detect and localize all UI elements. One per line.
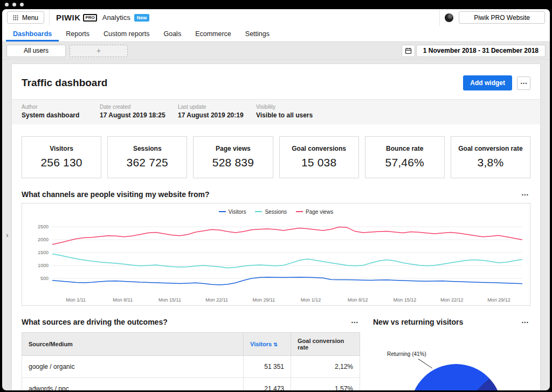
meta-author: Author System dashboard [22,104,100,119]
tab-dashboards[interactable]: Dashboards [6,26,59,41]
date-range-picker[interactable]: 1 November 2018 - 31 December 2018 [416,45,546,57]
column-header-visitors[interactable]: Visitors⇅ [244,333,291,356]
filter-bar: All users + 1 November 2018 - 31 Decembe… [2,42,550,60]
globe-icon[interactable] [445,13,453,22]
kpi-value: 362 725 [110,156,184,169]
dashboard-more-button[interactable]: ⋯ [517,76,530,90]
kpi-label: Page views [196,145,270,152]
window-control-close[interactable] [5,3,9,6]
legend-item[interactable]: Page views [296,209,333,215]
kpi-label: Goal conversions [282,145,356,152]
window-control-minimize[interactable] [12,3,16,6]
bottom-widgets-row: What sources are driving the outcomes? ⋯… [22,306,530,390]
menu-button[interactable]: Menu [7,11,44,24]
legend-swatch [296,211,303,212]
cell-rate: 2,12% [291,356,360,378]
cell-visitors: 21 473 [244,378,291,391]
tab-custom-reports[interactable]: Custom reports [96,26,156,41]
svg-text:2000: 2000 [38,237,49,242]
window-control-zoom[interactable] [20,3,24,6]
column-header-label: Visitors [250,341,272,347]
svg-text:Mon 29/11: Mon 29/11 [252,297,275,303]
svg-text:Mon 22/11: Mon 22/11 [205,297,228,303]
kpi-card-goal-conversion-rate: Goal conversion rate 3,8% [451,136,530,178]
svg-text:500: 500 [40,276,49,281]
channels-more-button[interactable]: ⋯ [520,190,530,199]
channels-section-head: What channels are people visiting my web… [22,190,530,199]
meta-visibility-label: Visibility [256,104,334,110]
channels-section-title: What channels are people visiting my web… [22,190,520,199]
svg-text:Mon 1/12: Mon 1/12 [301,297,321,303]
meta-date-created: Date created 17 August 2019 18:25 [100,104,178,119]
product-name: Analytics [102,13,130,22]
website-selector-button[interactable]: Piwik PRO Website [459,11,545,24]
calendar-icon [405,47,412,54]
legend-label: Sessions [265,209,287,215]
chart-legend: VisitorsSessionsPage views [22,208,530,215]
legend-label: Visitors [229,209,246,215]
kpi-card-goal-conversions: Goal conversions 15 038 [279,136,359,178]
column-header-label: Goal conversion rate [298,338,344,351]
kpi-label: Sessions [110,145,184,152]
channels-line-chart[interactable]: 5001000150020002500Mon 1/11Mon 8/11Mon 1… [22,215,530,305]
main-nav: Dashboards Reports Custom reports Goals … [2,26,550,42]
piwik-logo[interactable]: PIWIK PRO Analytics New [56,13,149,22]
add-widget-button[interactable]: Add widget [463,75,512,90]
legend-item[interactable]: Visitors [219,209,246,215]
svg-text:2500: 2500 [38,224,49,229]
meta-visibility: Visibility Visible to all users [256,104,334,119]
sources-table-header-row: Source/Medium Visitors⇅ Goal conversion … [22,333,360,356]
sidebar-expand-chevron[interactable]: › [4,231,11,239]
sources-table: Source/Medium Visitors⇅ Goal conversion … [22,332,360,390]
pie-chart[interactable] [410,364,502,390]
all-users-segment-button[interactable]: All users [6,45,66,57]
kpi-value: 3,8% [453,156,528,169]
legend-item[interactable]: Sessions [255,209,287,215]
menu-area: Menu [2,9,50,26]
kpi-value: 256 130 [24,156,99,169]
add-segment-button[interactable]: + [70,45,128,57]
kpi-label: Visitors [24,145,99,152]
sources-more-button[interactable]: ⋯ [350,318,360,326]
tab-settings[interactable]: Settings [238,26,277,41]
new-vs-returning-widget: New vs returning visitors ⋯ Returning (4… [373,306,530,390]
menu-grid-icon [13,15,18,20]
kpi-value: 57,46% [368,156,442,169]
header-right-group: Piwik PRO Website [439,9,550,26]
table-row[interactable]: google / organic 51 351 2,12% [22,356,360,378]
menu-button-label: Menu [22,14,38,22]
window-titlebar [0,0,552,9]
column-header-goal-conversion-rate[interactable]: Goal conversion rate [291,333,360,356]
dashboard-title-row: Traffic dashboard Add widget ⋯ [22,64,530,90]
content-area: › Traffic dashboard Add widget ⋯ Author … [2,60,550,390]
sort-icon: ⇅ [273,342,278,347]
page-title: Traffic dashboard [22,77,463,89]
svg-text:Mon 8/12: Mon 8/12 [348,297,368,303]
table-row[interactable]: adwords / ppc 21 473 1,57% [22,378,360,391]
tab-ecommerce[interactable]: Ecommerce [188,26,238,41]
logo-pro-box: PRO [83,14,96,22]
meta-created-label: Date created [100,104,178,110]
kpi-card-bounce-rate: Bounce rate 57,46% [365,136,445,178]
dashboard-meta: Author System dashboard Date created 17 … [12,99,540,124]
meta-updated-value: 17 August 2019 20:19 [178,111,256,119]
kpi-label: Bounce rate [368,145,442,152]
meta-last-update: Last update 17 August 2019 20:19 [178,104,256,119]
svg-text:Mon 8/11: Mon 8/11 [113,297,133,303]
kpi-label: Goal conversion rate [453,145,528,152]
pie-area: Returning (41%) [373,326,530,390]
legend-swatch [255,211,262,212]
svg-text:Mon 15/11: Mon 15/11 [158,297,181,303]
visitors-section-title: New vs returning visitors [373,318,520,326]
column-header-source-medium[interactable]: Source/Medium [22,333,244,356]
svg-text:Mon 1/11: Mon 1/11 [66,297,86,303]
kpi-card-visitors: Visitors 256 130 [22,136,101,178]
visitors-more-button[interactable]: ⋯ [520,318,530,326]
tab-reports[interactable]: Reports [59,26,96,41]
kpi-value: 15 038 [282,156,356,169]
calendar-button[interactable] [402,45,415,57]
svg-text:Mon 15/12: Mon 15/12 [394,297,417,303]
tab-goals[interactable]: Goals [156,26,188,41]
pie-annotation-label: Returning (41%) [387,351,426,357]
kpi-row: Visitors 256 130 Sessions 362 725 Page v… [22,136,530,178]
